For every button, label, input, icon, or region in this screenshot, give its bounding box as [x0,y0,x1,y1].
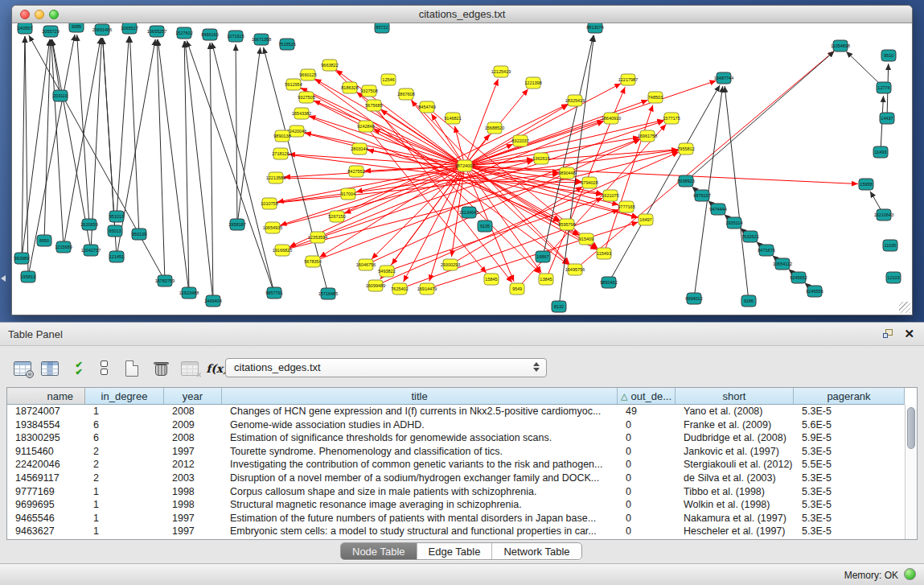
table-cell[interactable]: Disruption of a novel member of a sodium… [222,472,618,485]
table-cell[interactable]: 5.3E-5 [794,445,905,459]
table-cell[interactable]: Hescheler et al. (1997) [676,525,794,538]
table-row[interactable]: 1456911722003Disruption of a novel membe… [7,472,905,485]
table-cell[interactable]: 5.3E-5 [794,485,905,499]
table-row[interactable]: 1938455462009Genome-wide association stu… [7,418,905,432]
table-cell[interactable]: Structural magnetic resonance image aver… [222,498,618,512]
table-cell[interactable]: 1 [85,525,164,538]
column-header-year[interactable]: year [164,388,222,405]
table-cell[interactable]: 5.9E-5 [794,431,905,445]
table-cell[interactable]: de Silva et al. (2003) [676,472,794,485]
new-table-icon[interactable] [121,357,143,380]
table-cell[interactable]: Estimation of the future numbers of pati… [222,512,618,525]
table-cell[interactable]: 14569117 [7,472,85,485]
table-cell[interactable]: 1997 [164,525,222,538]
column-header-in-degree[interactable]: in_degree [85,388,164,405]
table-cell[interactable]: 1997 [164,445,222,459]
resize-corner-icon[interactable] [899,302,910,313]
table-cell[interactable]: 6 [85,418,164,432]
table-row[interactable]: 1830029562008Estimation of significance … [7,431,905,445]
table-cell[interactable]: 2 [85,472,164,485]
table-cell[interactable]: 0 [618,458,676,472]
table-cell[interactable]: Nakamura et al. (1997) [676,512,794,525]
float-panel-icon[interactable] [883,329,895,340]
table-cell[interactable]: 2 [85,458,164,472]
table-row[interactable]: 946362711997Embryonic stem cells: a mode… [7,525,905,538]
merge-rows-icon[interactable] [93,357,116,380]
table-cell[interactable]: 0 [618,445,676,459]
table-cell[interactable]: Changes of HCN gene expression and I(f) … [222,405,618,418]
table-cell[interactable]: Estimation of significance thresholds fo… [222,431,618,445]
delete-table-icon[interactable]: ✕ [179,357,201,380]
column-header-short[interactable]: short [676,388,794,405]
tab-edge-table[interactable]: Edge Table [417,543,493,559]
table-cell[interactable]: Stergiakouli et al. (2012) [676,458,794,472]
table-cell[interactable]: 5.3E-5 [794,512,905,525]
table-row[interactable]: 977716911998Corpus callosum shape and si… [7,485,905,499]
table-cell[interactable]: 5.6E-5 [794,418,905,432]
table-cell[interactable]: 5.3E-5 [794,498,905,512]
select-rows-icon[interactable]: ✔✔ [68,357,90,380]
table-cell[interactable]: 0 [618,525,676,538]
window-titlebar[interactable]: citations_edges.txt [12,6,912,23]
table-cell[interactable]: 9777169 [7,485,85,499]
table-scrollbar[interactable] [905,405,917,539]
table-cell[interactable]: 5.3E-5 [794,472,905,485]
table-cell[interactable]: 0 [618,485,676,499]
table-cell[interactable]: Tourette syndrome. Phenomenology and cla… [222,445,618,459]
table-cell[interactable]: 0 [618,431,676,445]
table-cell[interactable]: 1998 [164,485,222,499]
column-header-name[interactable]: name [7,388,85,405]
table-settings-icon[interactable] [11,357,34,380]
table-row[interactable]: 1872400712008Changes of HCN gene express… [7,405,905,418]
tab-network-table[interactable]: Network Table [492,543,581,559]
close-panel-icon[interactable]: ✕ [904,327,914,341]
table-cell[interactable]: 19384554 [7,418,85,432]
table-cell[interactable]: Genome-wide association studies in ADHD. [222,418,618,432]
table-cell[interactable]: 2003 [164,472,222,485]
table-cell[interactable]: 2008 [164,405,222,418]
table-cell[interactable]: 2009 [164,418,222,432]
table-cell[interactable]: 9699695 [7,498,85,512]
table-cell[interactable]: 22420046 [7,458,85,472]
table-cell[interactable]: 2 [85,445,164,459]
table-cell[interactable]: 1997 [164,512,222,525]
table-cell[interactable]: 9115460 [7,445,85,459]
table-cell[interactable]: 49 [618,405,676,418]
table-cell[interactable]: 1 [85,498,164,512]
table-cell[interactable]: 1 [85,485,164,499]
table-cell[interactable]: 2008 [164,431,222,445]
table-row[interactable]: 911546021997Tourette syndrome. Phenomeno… [7,445,905,459]
table-cell[interactable]: Yano et al. (2008) [676,405,794,418]
column-header-title[interactable]: title [222,388,618,405]
table-cell[interactable]: 5.3E-5 [794,405,905,418]
table-row[interactable]: 946554611997Estimation of the future num… [7,512,905,525]
scrollbar-thumb[interactable] [907,407,915,449]
table-cell[interactable]: 1 [85,512,164,525]
table-cell[interactable]: 9465546 [7,512,85,525]
table-row[interactable]: 969969511998Structural magnetic resonanc… [7,498,905,512]
table-cell[interactable]: 0 [618,472,676,485]
table-cell[interactable]: 18724007 [7,405,85,418]
table-cell[interactable]: 5.5E-5 [794,458,905,472]
table-cell[interactable]: Tibbo et al. (1998) [676,485,794,499]
table-cell[interactable]: 2012 [164,458,222,472]
table-cell[interactable]: 0 [618,498,676,512]
table-cell[interactable]: Wolkin et al. (1998) [676,498,794,512]
table-column-icon[interactable] [39,357,61,380]
table-cell[interactable]: 0 [618,512,676,525]
table-cell[interactable]: 0 [618,418,676,432]
network-canvas[interactable]: 2405572055729908520691406106552710655257… [12,23,912,315]
collapsed-panel-arrow-icon[interactable] [1,275,6,282]
table-cell[interactable]: 6 [85,431,164,445]
table-cell[interactable]: 18300295 [7,431,85,445]
memory-status-indicator[interactable] [904,568,916,580]
delete-row-icon[interactable] [150,357,172,380]
table-cell[interactable]: Investigating the contribution of common… [222,458,618,472]
tab-node-table[interactable]: Node Table [341,543,417,559]
table-cell[interactable]: Franke et al. (2009) [676,418,794,432]
table-cell[interactable]: Embryonic stem cells: a model to study s… [222,525,618,538]
table-cell[interactable]: 1998 [164,498,222,512]
table-selector-dropdown[interactable]: citations_edges.txt [225,358,547,377]
column-header-out-degree[interactable]: △out_de... [618,388,676,405]
table-cell[interactable]: Jankovic et al. (1997) [676,445,794,459]
